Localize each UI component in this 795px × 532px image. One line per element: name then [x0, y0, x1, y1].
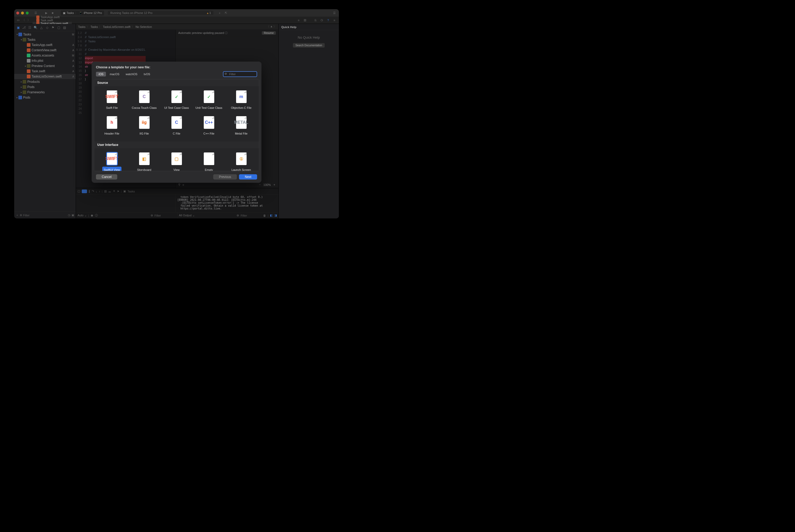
template-icon: C++ — [204, 116, 214, 129]
template-icon: SWIFT — [107, 152, 117, 165]
template-icon: ◧ — [139, 152, 150, 165]
template-filter-input[interactable] — [223, 71, 257, 77]
modal-title: Choose a template for your new file: — [92, 62, 261, 71]
template-item[interactable]: CC File — [160, 115, 193, 139]
template-item[interactable]: C++C++ File — [193, 115, 225, 139]
template-section-header: User Interface — [94, 141, 259, 148]
platform-tab-macos[interactable]: macOS — [107, 72, 122, 76]
template-label: UI Test Case Class — [164, 104, 189, 111]
template-item[interactable]: hHeader File — [96, 115, 128, 139]
template-label: Swift File — [106, 104, 118, 111]
template-label: Empty — [205, 167, 213, 171]
template-item[interactable]: METALMetal File — [225, 115, 258, 139]
template-icon: ✓ — [204, 90, 214, 103]
template-label: Objective-C File — [231, 104, 251, 111]
template-icon: SWIFT — [107, 90, 117, 103]
template-label: IIG File — [139, 130, 149, 137]
platform-tab-bar: iOSmacOSwatchOStvOS⊖ — [92, 71, 261, 79]
template-label: Storyboard — [137, 167, 151, 171]
template-label: Launch Screen — [232, 167, 251, 171]
template-item[interactable]: ◧Storyboard — [128, 151, 160, 171]
platform-tab-watchos[interactable]: watchOS — [123, 72, 140, 76]
template-label: Metal File — [235, 130, 248, 137]
template-label: View — [173, 167, 180, 171]
template-item[interactable]: SWIFTSwiftUI View — [96, 151, 128, 171]
template-icon: C — [139, 90, 150, 103]
template-icon: m — [236, 90, 247, 103]
template-item[interactable]: SWIFTSwift File — [96, 89, 128, 113]
template-icon: h — [107, 116, 117, 129]
template-icon — [204, 152, 214, 165]
template-icon: ✓ — [171, 90, 182, 103]
template-item[interactable]: CCocoa Touch Class — [128, 89, 160, 113]
template-icon: iig — [139, 116, 150, 129]
template-label: SwiftUI View — [102, 167, 122, 171]
filter-icon: ⊖ — [225, 72, 227, 75]
template-label: Header File — [105, 130, 119, 137]
template-item[interactable]: iigIIG File — [128, 115, 160, 139]
xcode-window: ☰ ▶ ■ ▣Tasks〉 📱iPhone 12 Pro Running Tas… — [14, 9, 339, 218]
template-label: Cocoa Touch Class — [132, 104, 157, 111]
template-item[interactable]: mObjective-C File — [225, 89, 258, 113]
cancel-button[interactable]: Cancel — [96, 174, 117, 179]
template-icon: ▢ — [171, 152, 182, 165]
new-file-template-sheet: Choose a template for your new file: iOS… — [92, 62, 261, 183]
previous-button[interactable]: Previous — [213, 174, 237, 179]
template-icon: C — [171, 116, 182, 129]
platform-tab-ios[interactable]: iOS — [96, 72, 106, 76]
template-item[interactable]: ①Launch Screen — [225, 151, 258, 171]
template-label: Unit Test Case Class — [195, 104, 222, 111]
next-button[interactable]: Next — [239, 174, 257, 179]
template-section-header: Source — [94, 79, 259, 86]
template-icon: METAL — [236, 116, 247, 129]
template-item[interactable]: ✓Unit Test Case Class — [193, 89, 225, 113]
platform-tab-tvos[interactable]: tvOS — [141, 72, 153, 76]
template-label: C File — [173, 130, 181, 137]
template-item[interactable]: ▢View — [160, 151, 193, 171]
template-label: C++ File — [204, 130, 214, 137]
template-icon: ① — [236, 152, 247, 165]
template-grid: SourceSWIFTSwift FileCCocoa Touch Class✓… — [94, 79, 259, 171]
template-item[interactable]: ✓UI Test Case Class — [160, 89, 193, 113]
template-item[interactable]: Empty — [193, 151, 225, 171]
modal-overlay: Choose a template for your new file: iOS… — [14, 9, 339, 218]
